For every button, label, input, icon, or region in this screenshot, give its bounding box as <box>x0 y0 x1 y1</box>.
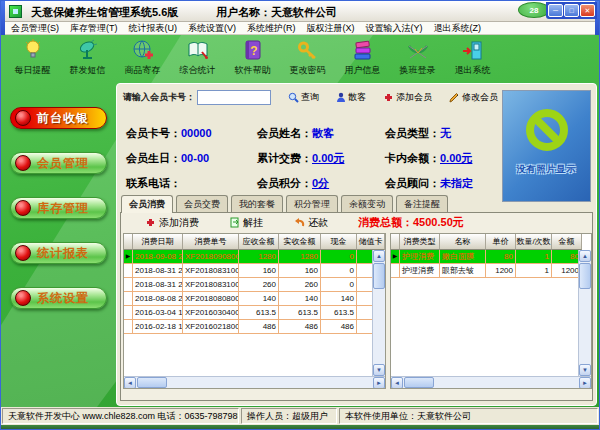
edit-member-button[interactable]: 修改会员 <box>449 91 498 104</box>
card-number-input[interactable] <box>197 90 271 105</box>
action-row: 添加消费 解挂 还款 消费总额：4500.50元 <box>121 213 592 232</box>
scroll-up-arrow[interactable]: ▲ <box>579 250 591 262</box>
tab-points[interactable]: 积分管理 <box>286 195 338 212</box>
table-cell: 护理消费 <box>400 250 440 264</box>
add-member-button[interactable]: 添加会员 <box>383 91 432 104</box>
vertical-scrollbar[interactable]: ▲ ▼ <box>372 250 385 376</box>
scroll-thumb[interactable] <box>137 377 167 388</box>
bulb-icon <box>20 37 46 63</box>
column-header[interactable]: 单价 <box>486 234 516 250</box>
horizontal-scrollbar[interactable]: ◄ ► <box>391 376 591 388</box>
window-title: 天意保健养生馆管理系统5.6版 <box>31 5 178 20</box>
scroll-down-arrow[interactable]: ▼ <box>373 364 385 376</box>
detail-table-header: 消费类型名称单价数量/次数金额 <box>391 234 591 250</box>
table-row[interactable]: 2018-08-31 22:XF2018083100012602600 <box>124 278 385 292</box>
help-book-icon: ? <box>240 37 266 63</box>
close-button[interactable]: ✕ <box>580 4 595 17</box>
column-header[interactable]: 实收金额 <box>279 234 321 250</box>
goods-deposit-button[interactable]: 商品寄存 <box>115 37 170 79</box>
vertical-scrollbar[interactable]: ▲ ▼ <box>578 250 591 376</box>
exit-system-button[interactable]: 退出系统 <box>445 37 500 79</box>
scroll-up-arrow[interactable]: ▲ <box>373 250 385 262</box>
sidebar-item-reports[interactable]: 统计报表 <box>10 242 107 264</box>
row-marker: ▶ <box>124 250 133 264</box>
column-header[interactable]: 储值卡 <box>357 234 385 250</box>
column-header[interactable]: 名称 <box>440 234 486 250</box>
user-info-button[interactable]: 用户信息 <box>335 37 390 79</box>
change-password-button[interactable]: 更改密码 <box>280 37 335 79</box>
tab-member-payment[interactable]: 会员交费 <box>176 195 228 212</box>
sidebar-item-members[interactable]: 会员管理 <box>10 152 107 174</box>
table-cell: 2016-02-18 11: <box>133 320 183 334</box>
sidebar-item-settings[interactable]: 系统设置 <box>10 287 107 309</box>
scroll-right-arrow[interactable]: ► <box>579 377 591 389</box>
main-panel: 请输入会员卡号： 查询 散客 添加会员 修改会员 清除会员 <box>116 83 597 406</box>
scroll-left-arrow[interactable]: ◄ <box>124 377 136 389</box>
scroll-thumb[interactable] <box>404 377 434 388</box>
group-sms-button[interactable]: 群发短信 <box>60 37 115 79</box>
app-icon <box>9 5 22 18</box>
table-row[interactable]: 护理消费眼部去皱120011200 <box>391 264 591 278</box>
table-row[interactable]: ▶2018-09-08 22:XF2018090800011280128000 <box>124 250 385 264</box>
综合-stats-button[interactable]: 综合统计 <box>170 37 225 79</box>
column-header[interactable]: 数量/次数 <box>516 234 552 250</box>
menu-inventory[interactable]: 库存管理(T) <box>70 22 118 35</box>
table-row[interactable]: 2018-08-31 22:XF2018083100021601600 <box>124 264 385 278</box>
release-hold-button[interactable]: 解挂 <box>229 216 263 230</box>
table-cell: 160 <box>279 264 321 278</box>
sidebar-item-cashier[interactable]: 前台收银 <box>10 107 107 129</box>
horizontal-scrollbar[interactable]: ◄ ► <box>124 376 385 388</box>
sidebar-item-inventory[interactable]: 库存管理 <box>10 197 107 219</box>
menu-exit[interactable]: 退出系统(Z) <box>434 22 482 35</box>
shift-login-button[interactable]: 换班登录 <box>390 37 445 79</box>
card-number-label: 请输入会员卡号： <box>123 91 195 104</box>
table-row[interactable]: 2016-02-18 11:XF201602180004486486486 <box>124 320 385 334</box>
scroll-left-arrow[interactable]: ◄ <box>391 377 403 389</box>
menu-member[interactable]: 会员管理(S) <box>11 22 59 35</box>
query-button[interactable]: 查询 <box>288 91 319 104</box>
add-consume-button[interactable]: 添加消费 <box>145 216 199 230</box>
red-dot-icon <box>15 245 31 261</box>
column-header[interactable]: 消费日期 <box>133 234 183 250</box>
consume-table[interactable]: 消费日期消费单号应收金额实收金额现金储值卡 ▶2018-09-08 22:XF2… <box>123 233 386 389</box>
menu-input-method[interactable]: 设置输入法(Y) <box>366 22 423 35</box>
release-doc-icon <box>229 217 240 228</box>
tab-balance-changes[interactable]: 余额变动 <box>341 195 393 212</box>
maximize-button[interactable]: □ <box>564 4 579 17</box>
member-points-field: 会员积分：0分 <box>257 176 329 191</box>
tab-my-package[interactable]: 我的套餐 <box>231 195 283 212</box>
table-row[interactable]: 2018-08-08 22:XF201808080002140140140 <box>124 292 385 306</box>
column-header[interactable]: 消费单号 <box>183 234 239 250</box>
member-phone-field: 联系电话： <box>126 176 181 191</box>
column-header[interactable]: 消费类型 <box>400 234 440 250</box>
member-advisor-field: 会员顾问：未指定 <box>385 176 473 191</box>
table-row[interactable]: ▶护理消费嫩白面膜80180 <box>391 250 591 264</box>
menu-register[interactable]: 版权注册(X) <box>307 22 355 35</box>
row-marker-header <box>124 234 133 250</box>
repay-button[interactable]: 还款 <box>293 216 328 230</box>
row-marker <box>124 320 133 334</box>
title-bar: 天意保健养生馆管理系统5.6版 用户名称：天意软件公司 <box>1 1 600 22</box>
menu-settings[interactable]: 系统设置(V) <box>188 22 236 35</box>
column-header[interactable]: 现金 <box>321 234 357 250</box>
member-paid-field: 累计交费：0.00元 <box>257 151 344 166</box>
scroll-thumb[interactable] <box>373 263 385 289</box>
tab-remark-reminder[interactable]: 备注提醒 <box>396 195 448 212</box>
menu-reports[interactable]: 统计报表(U) <box>129 22 178 35</box>
menu-maintenance[interactable]: 系统维护(R) <box>247 22 296 35</box>
scroll-down-arrow[interactable]: ▼ <box>579 364 591 376</box>
walk-in-button[interactable]: 散客 <box>336 91 366 104</box>
bottom-edge-strip <box>1 425 600 430</box>
column-header[interactable]: 应收金额 <box>239 234 279 250</box>
scroll-right-arrow[interactable]: ► <box>373 377 385 389</box>
help-button[interactable]: ? 软件帮助 <box>225 37 280 79</box>
pencil-icon <box>449 92 460 103</box>
scroll-thumb[interactable] <box>579 263 591 289</box>
detail-table[interactable]: 消费类型名称单价数量/次数金额 ▶护理消费嫩白面膜80180护理消费眼部去皱12… <box>390 233 592 389</box>
tab-member-consume[interactable]: 会员消费 <box>121 195 173 213</box>
table-row[interactable]: 2016-03-04 18:XF201603040004613.5613.561… <box>124 306 385 320</box>
column-header[interactable]: 金额 <box>552 234 582 250</box>
minimize-button[interactable]: ─ <box>548 4 563 17</box>
card-search-row: 请输入会员卡号： 查询 散客 添加会员 修改会员 清除会员 <box>123 89 564 106</box>
daily-reminder-button[interactable]: 每日提醒 <box>5 37 60 79</box>
